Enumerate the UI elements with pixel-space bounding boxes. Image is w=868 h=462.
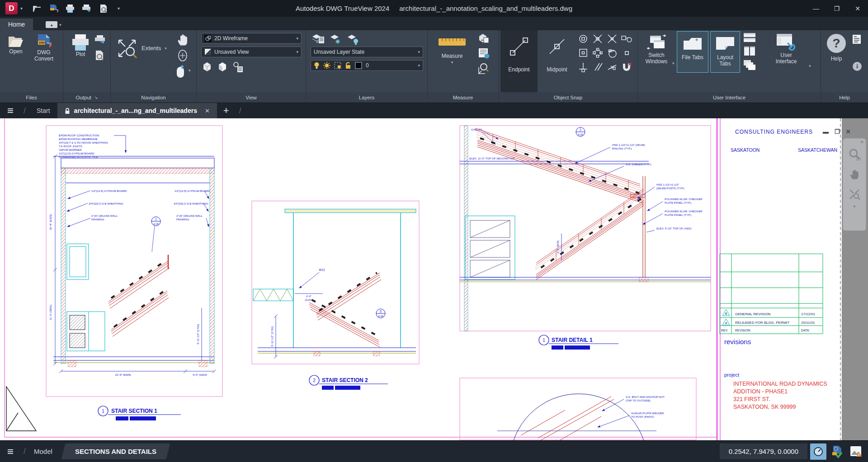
- osnap-parallel-icon[interactable]: [591, 61, 604, 73]
- switch-windows-button[interactable]: SwitchWindows: [642, 34, 671, 65]
- navbar-zoom-extents-icon[interactable]: [846, 184, 863, 204]
- layer-freeze-icon[interactable]: [330, 33, 343, 45]
- tab-home[interactable]: Home: [0, 19, 33, 30]
- named-view-select[interactable]: Unsaved View▾: [201, 47, 302, 57]
- measure-button[interactable]: Measure ▾: [435, 35, 469, 65]
- user-interface-button[interactable]: UserInterface: [764, 33, 808, 65]
- restore-button[interactable]: ❐: [826, 0, 847, 17]
- osnap-quadrant-icon[interactable]: [591, 47, 604, 59]
- steering-wheel-icon[interactable]: [174, 65, 187, 78]
- quick-properties-icon[interactable]: [477, 47, 490, 59]
- zoom-extents-icon[interactable]: [115, 37, 139, 60]
- ucs-icon[interactable]: [477, 32, 490, 45]
- osnap-tangent-icon[interactable]: [605, 47, 619, 59]
- layer-unlock-icon: [345, 62, 351, 69]
- box-solid-icon[interactable]: [217, 61, 228, 73]
- minimize-button[interactable]: —: [806, 0, 826, 17]
- dwg-check-icon[interactable]: [829, 443, 845, 460]
- plot-printer-icon: [71, 34, 90, 51]
- status-bar: ≡ / Model SECTIONS AND DETAILS 0.2542, 7…: [0, 440, 868, 462]
- file-tab-menu-icon[interactable]: ≡: [7, 104, 14, 117]
- user-interface-caret-icon[interactable]: ▾: [809, 64, 811, 68]
- osnap-endpoint-button[interactable]: Endpoint: [500, 30, 538, 92]
- layout-menu-icon[interactable]: ≡: [7, 445, 14, 458]
- osnap-node-icon[interactable]: [576, 47, 590, 59]
- doc-close-icon[interactable]: ✕: [846, 128, 851, 135]
- svg-text:2: 2: [313, 378, 316, 383]
- osnap-off-icon[interactable]: [620, 61, 633, 73]
- ribbon-collapse-caret-icon[interactable]: ▾: [59, 23, 61, 27]
- tab-active-drawing[interactable]: architectural_-_an...ng_and_multileaders…: [57, 103, 217, 118]
- endpoint-icon: [507, 35, 531, 58]
- new-tab-button[interactable]: +: [223, 105, 229, 117]
- tab-layout-sections-and-details[interactable]: SECTIONS AND DETAILS: [61, 443, 170, 459]
- osnap-center-icon[interactable]: [576, 33, 590, 45]
- layer-state-select[interactable]: Unsaved Layer State▾: [311, 47, 423, 57]
- qat-overflow-icon[interactable]: ▾: [118, 6, 120, 11]
- isolate-objects-icon[interactable]: [810, 443, 826, 460]
- osnap-extension-icon[interactable]: [620, 33, 633, 45]
- layout-tabs-toggle[interactable]: LayoutTabs: [710, 31, 740, 73]
- plot-preview-icon[interactable]: [99, 4, 108, 13]
- panel-measure: Measure ▾ Measure: [428, 30, 499, 103]
- osnap-intersection-icon[interactable]: [591, 33, 604, 45]
- navbar-pan-icon[interactable]: [846, 164, 863, 184]
- navigation-bar[interactable]: ✕ 2D ▾: [843, 138, 866, 231]
- batch-plot-icon[interactable]: [81, 4, 92, 13]
- svg-text:2"x6" [38x140] WALL: 2"x6" [38x140] WALL: [176, 214, 203, 217]
- layer-control[interactable]: 0▾: [311, 60, 423, 71]
- doc-restore-icon[interactable]: ❐: [835, 128, 840, 135]
- zoom-extents-button[interactable]: Extents▾: [142, 45, 167, 51]
- extents-caret-icon[interactable]: ▾: [165, 46, 167, 51]
- app-menu-caret-icon[interactable]: ▾: [20, 6, 23, 11]
- osnap-apparent-intersection-icon[interactable]: [605, 33, 619, 45]
- tile-vertically-icon[interactable]: [743, 46, 756, 56]
- svg-text:1'-6" [508]: 1'-6" [508]: [556, 241, 559, 253]
- osnap-midpoint-button[interactable]: Midpoint: [538, 30, 576, 92]
- dwg-convert-icon[interactable]: [49, 4, 59, 13]
- navbar-zoom-2d-icon[interactable]: 2D: [846, 145, 863, 164]
- tab-model[interactable]: Model: [34, 448, 52, 455]
- layer-viewport-icon: [334, 62, 341, 69]
- panel-navigation: Extents▾ ▾ Navigation: [111, 30, 197, 103]
- orbit-icon[interactable]: [176, 49, 189, 62]
- plot-icon[interactable]: [65, 4, 75, 13]
- plot-button[interactable]: Plot: [69, 34, 92, 57]
- open-button[interactable]: Open: [4, 34, 28, 55]
- app-logo-icon[interactable]: D: [5, 2, 18, 14]
- output-launcher-icon[interactable]: ↘: [94, 95, 98, 100]
- layer-on-icon[interactable]: [347, 33, 360, 45]
- layer-properties-icon[interactable]: [311, 33, 325, 45]
- cascade-icon[interactable]: [743, 59, 756, 71]
- drawing-canvas[interactable]: EPDM ROOF CONSTRUCTION: EPDM ROOFING MEM…: [0, 118, 868, 440]
- tab-start[interactable]: Start: [29, 103, 57, 118]
- info-icon[interactable]: i: [853, 62, 862, 71]
- wheel-caret-icon[interactable]: ▾: [189, 68, 191, 73]
- tile-horizontally-icon[interactable]: [743, 32, 756, 43]
- whats-new-icon[interactable]: [851, 34, 863, 45]
- switch-windows-caret-icon[interactable]: ▾: [672, 61, 675, 65]
- open-icon[interactable]: [33, 5, 42, 13]
- help-button[interactable]: ? Help: [826, 34, 847, 62]
- zoom-realtime-icon[interactable]: [477, 62, 491, 75]
- file-tabs-toggle[interactable]: File Tabs: [677, 31, 708, 73]
- pan-icon[interactable]: [176, 33, 189, 47]
- visual-style-select[interactable]: 2D Wireframe▾: [201, 33, 302, 44]
- box-wireframe-icon[interactable]: [201, 61, 213, 73]
- navbar-close-icon[interactable]: ✕: [860, 140, 864, 145]
- svg-text:4x26x26 PLATE-WELDED: 4x26x26 PLATE-WELDED: [631, 411, 664, 415]
- dwg-convert-button[interactable]: DWG DWGConvert: [30, 34, 58, 62]
- navbar-more-caret-icon[interactable]: ▾: [854, 204, 856, 209]
- osnap-nearest-icon[interactable]: [605, 61, 619, 73]
- osnap-insertion-icon[interactable]: [620, 47, 633, 59]
- osnap-perpendicular-icon[interactable]: [576, 61, 590, 73]
- tab-close-icon[interactable]: ✕: [205, 107, 210, 114]
- close-button[interactable]: ✕: [847, 0, 868, 17]
- batch-plot-icon[interactable]: [94, 35, 106, 45]
- view-manager-icon[interactable]: [232, 61, 244, 73]
- ribbon-collapse-icon[interactable]: ▴: [46, 21, 57, 28]
- preview-icon[interactable]: [94, 50, 105, 61]
- graphics-warning-icon[interactable]: !: [848, 443, 864, 460]
- doc-minimize-icon[interactable]: ▬: [823, 128, 829, 135]
- layer-bulb-icon: [314, 62, 320, 69]
